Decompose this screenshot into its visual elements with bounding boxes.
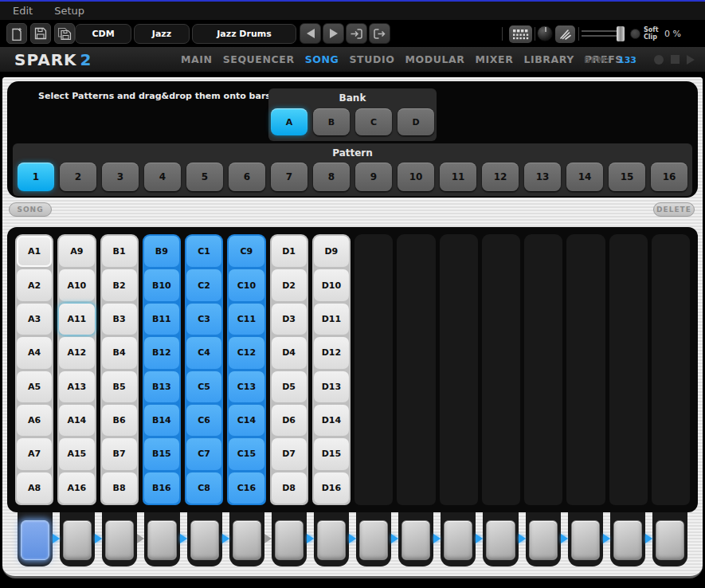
song-bar-3[interactable]: B1B2B3B4B5B6B7B8 [100, 234, 139, 505]
pattern-cell-A2[interactable]: A2 [17, 269, 52, 300]
song-tab[interactable]: SONG [9, 202, 52, 217]
pattern-cell-B9[interactable]: B9 [144, 236, 179, 267]
pattern-cell-D14[interactable]: D14 [314, 405, 349, 436]
pattern-cell-A1[interactable]: A1 [17, 236, 52, 267]
next-button[interactable] [323, 23, 344, 44]
nav-song[interactable]: SONG [305, 53, 339, 65]
pattern-button-9[interactable]: 9 [355, 163, 392, 191]
pattern-cell-C9[interactable]: C9 [229, 236, 264, 267]
pattern-cell-D12[interactable]: D12 [314, 337, 349, 368]
song-bar-15[interactable] [609, 234, 648, 505]
nav-library[interactable]: LIBRARY [523, 53, 574, 65]
pattern-cell-D10[interactable]: D10 [314, 269, 349, 300]
pattern-cell-B13[interactable]: B13 [144, 371, 179, 402]
pattern-cell-A14[interactable]: A14 [59, 405, 94, 436]
pattern-button-16[interactable]: 16 [651, 163, 687, 191]
song-bar-6[interactable]: C9C10C11C12C13C14C15C16 [227, 234, 265, 505]
song-step-pad[interactable] [317, 520, 346, 560]
pattern-cell-B16[interactable]: B16 [144, 472, 179, 504]
song-bar-12[interactable] [482, 234, 520, 505]
song-bar-2[interactable]: A9A10A11A12A13A14A15A16 [57, 234, 96, 505]
song-bar-8[interactable]: D9D10D11D12D13D14D15D16 [312, 234, 351, 505]
pattern-cell-A11[interactable]: A11 [59, 304, 94, 335]
pattern-cell-B8[interactable]: B8 [102, 472, 137, 504]
pattern-cell-D16[interactable]: D16 [314, 472, 349, 504]
pattern-cell-C6[interactable]: C6 [186, 405, 221, 436]
nav-modular[interactable]: MODULAR [405, 53, 464, 65]
song-step-pad[interactable] [147, 520, 176, 560]
pattern-cell-D6[interactable]: D6 [272, 405, 307, 436]
pattern-cell-C4[interactable]: C4 [186, 337, 221, 368]
delete-button[interactable]: DELETE [653, 202, 695, 217]
pattern-cell-B3[interactable]: B3 [102, 304, 137, 335]
pattern-cell-D1[interactable]: D1 [272, 236, 307, 267]
song-bar-16[interactable] [652, 234, 690, 505]
pattern-button-3[interactable]: 3 [102, 163, 139, 191]
import-button[interactable] [346, 23, 367, 44]
pattern-cell-C10[interactable]: C10 [229, 269, 264, 300]
nav-sequencer[interactable]: SEQUENCER [223, 53, 295, 65]
song-bar-10[interactable] [397, 234, 435, 505]
pattern-button-2[interactable]: 2 [60, 163, 96, 191]
pattern-cell-A13[interactable]: A13 [59, 371, 94, 402]
pattern-cell-C3[interactable]: C3 [186, 304, 221, 335]
pattern-cell-A3[interactable]: A3 [17, 304, 52, 335]
song-bar-1[interactable]: A1A2A3A4A5A6A7A8 [15, 234, 53, 505]
song-step-pad[interactable] [190, 520, 219, 560]
song-bar-9[interactable] [354, 234, 393, 505]
play-icon[interactable] [687, 55, 695, 65]
pattern-cell-A5[interactable]: A5 [17, 371, 52, 402]
pattern-cell-B6[interactable]: B6 [102, 405, 137, 436]
pattern-button-15[interactable]: 15 [609, 163, 645, 191]
pattern-cell-D13[interactable]: D13 [314, 371, 349, 402]
save-button[interactable] [30, 23, 51, 44]
pattern-cell-A4[interactable]: A4 [17, 337, 52, 368]
pattern-cell-A8[interactable]: A8 [17, 472, 52, 504]
song-step-pad[interactable] [613, 520, 642, 560]
pattern-cell-D11[interactable]: D11 [314, 304, 349, 335]
nav-studio[interactable]: STUDIO [349, 53, 394, 65]
pattern-cell-C5[interactable]: C5 [186, 371, 221, 402]
pattern-cell-C7[interactable]: C7 [186, 438, 221, 469]
pattern-button-1[interactable]: 1 [18, 163, 54, 191]
pattern-cell-B11[interactable]: B11 [144, 304, 179, 335]
pattern-button-13[interactable]: 13 [524, 163, 561, 191]
bank-button-B[interactable]: B [313, 108, 350, 135]
new-project-button[interactable] [6, 23, 27, 44]
prev-button[interactable] [300, 23, 321, 44]
project-select-button[interactable]: CDM [75, 24, 131, 44]
song-step-pad[interactable] [275, 520, 304, 560]
song-bar-5[interactable]: C1C2C3C4C5C6C7C8 [185, 234, 223, 505]
pattern-button-11[interactable]: 11 [440, 163, 476, 191]
pattern-cell-C12[interactable]: C12 [229, 337, 264, 368]
pattern-select-button[interactable]: Jazz Drums [192, 24, 296, 44]
pattern-cell-A10[interactable]: A10 [59, 269, 94, 300]
pattern-cell-C11[interactable]: C11 [229, 304, 264, 335]
song-step-pad[interactable] [21, 520, 49, 560]
record-icon[interactable] [654, 55, 664, 65]
song-step-pad[interactable] [401, 520, 430, 560]
pattern-cell-C8[interactable]: C8 [186, 472, 221, 504]
song-step-pad[interactable] [529, 520, 558, 560]
pattern-cell-B7[interactable]: B7 [102, 438, 137, 469]
pattern-cell-C14[interactable]: C14 [229, 405, 264, 436]
pattern-cell-D2[interactable]: D2 [272, 269, 307, 300]
song-step-pad[interactable] [571, 520, 600, 560]
pattern-cell-A15[interactable]: A15 [59, 438, 94, 469]
bank-button-A[interactable]: A [271, 108, 307, 135]
song-bar-14[interactable] [566, 234, 605, 505]
stop-icon[interactable] [671, 55, 680, 64]
bank-button-C[interactable]: C [355, 108, 392, 135]
export-button[interactable] [369, 23, 390, 44]
pattern-cell-A12[interactable]: A12 [59, 337, 94, 368]
pattern-cell-C16[interactable]: C16 [229, 472, 264, 504]
song-bar-4[interactable]: B9B10B11B12B13B14B15B16 [143, 234, 181, 505]
pattern-cell-D5[interactable]: D5 [272, 371, 307, 402]
nav-main[interactable]: MAIN [181, 53, 213, 65]
bank-button-D[interactable]: D [398, 108, 434, 135]
pattern-cell-A9[interactable]: A9 [59, 236, 94, 267]
song-step-pad[interactable] [105, 520, 134, 560]
pattern-button-12[interactable]: 12 [482, 163, 519, 191]
song-step-pad[interactable] [233, 520, 261, 560]
pattern-cell-B12[interactable]: B12 [144, 337, 179, 368]
